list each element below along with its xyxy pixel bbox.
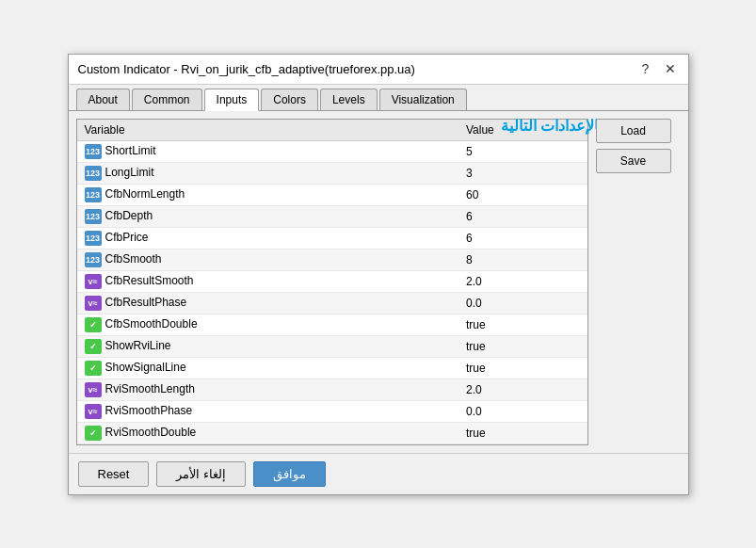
variable-cell: v≈RviSmoothLength (77, 379, 458, 400)
value-cell[interactable]: true (458, 335, 587, 357)
table-row[interactable]: v≈CfbResultPhase0.0 (77, 292, 587, 314)
annotation-text: بالإعدادات التالية (501, 117, 603, 135)
value-cell[interactable]: true (458, 314, 587, 335)
int-type-icon: 123 (85, 187, 102, 202)
ok-button[interactable]: موافق (253, 461, 326, 487)
bool-type-icon: ✓ (85, 361, 102, 376)
load-button[interactable]: Load (596, 119, 671, 143)
tab-common[interactable]: Common (132, 89, 202, 110)
value-cell[interactable]: 2.0 (458, 379, 587, 400)
value-cell[interactable]: 60 (458, 184, 587, 205)
variable-cell: v≈CfbResultSmooth (77, 270, 458, 292)
bool-type-icon: ✓ (85, 339, 102, 354)
variable-cell: 123CfbDepth (77, 205, 458, 227)
variable-cell: 123LongLimit (77, 162, 458, 184)
table-row[interactable]: ✓ShowRviLinetrue (77, 335, 587, 357)
bool-type-icon: ✓ (85, 317, 102, 332)
inputs-table: Variable Value 123ShortLimit5123LongLimi… (77, 120, 587, 444)
table-row[interactable]: v≈RviSmoothPhase0.0 (77, 400, 587, 422)
cancel-button[interactable]: إلغاء الأمر (156, 461, 246, 487)
inputs-table-container: Variable Value 123ShortLimit5123LongLimi… (76, 119, 588, 445)
variable-cell: 123CfbSmooth (77, 249, 458, 270)
table-row[interactable]: 123CfbSmooth8 (77, 249, 587, 270)
value-cell[interactable]: 8 (458, 249, 587, 270)
int-type-icon: 123 (85, 166, 102, 181)
table-row[interactable]: 123CfbPrice6 (77, 227, 587, 249)
bottom-bar: Reset إلغاء الأمر موافق (69, 453, 688, 494)
table-row[interactable]: v≈RviSmoothLength2.0 (77, 379, 587, 400)
variable-cell: ✓ShowSignalLine (77, 357, 458, 379)
side-buttons: Load Save (596, 119, 671, 177)
tab-about[interactable]: About (76, 89, 130, 110)
variable-cell: 123CfbNormLength (77, 184, 458, 205)
float-type-icon: v≈ (85, 382, 102, 397)
int-type-icon: 123 (85, 144, 102, 159)
title-bar: Custom Indicator - Rvi_on_jurik_cfb_adap… (69, 55, 688, 85)
tab-bar: About Common Inputs Colors Levels Visual… (69, 85, 688, 111)
int-type-icon: 123 (85, 209, 102, 224)
save-button[interactable]: Save (596, 149, 671, 173)
variable-cell: ✓CfbSmoothDouble (77, 314, 458, 335)
dialog: Custom Indicator - Rvi_on_jurik_cfb_adap… (68, 54, 689, 495)
float-type-icon: v≈ (85, 296, 102, 311)
reset-button[interactable]: Reset (78, 461, 150, 487)
int-type-icon: 123 (85, 252, 102, 267)
tab-visualization[interactable]: Visualization (379, 89, 467, 110)
close-button[interactable]: ✕ (662, 60, 679, 77)
title-bar-controls: ? ✕ (637, 60, 679, 77)
col-variable-header: Variable (77, 120, 458, 141)
content-area: بالإعدادات التالية Variable Value 123Sho… (69, 111, 688, 453)
dialog-title: Custom Indicator - Rvi_on_jurik_cfb_adap… (78, 62, 415, 76)
value-cell[interactable]: 0.0 (458, 292, 587, 314)
variable-cell: ✓RviSmoothDouble (77, 422, 458, 443)
table-row[interactable]: 123ShortLimit5 (77, 140, 587, 162)
table-row[interactable]: 123LongLimit3 (77, 162, 587, 184)
value-cell[interactable]: true (458, 357, 587, 379)
table-row[interactable]: 123CfbNormLength60 (77, 184, 587, 205)
tab-inputs[interactable]: Inputs (204, 89, 260, 111)
help-button[interactable]: ? (637, 60, 654, 77)
table-row[interactable]: ✓ShowSignalLinetrue (77, 357, 587, 379)
value-cell[interactable]: 2.0 (458, 270, 587, 292)
int-type-icon: 123 (85, 231, 102, 246)
float-type-icon: v≈ (85, 404, 102, 419)
variable-cell: 123CfbPrice (77, 227, 458, 249)
tab-colors[interactable]: Colors (261, 89, 318, 110)
value-cell[interactable]: 3 (458, 162, 587, 184)
variable-cell: 123ShortLimit (77, 140, 458, 162)
table-row[interactable]: v≈CfbResultSmooth2.0 (77, 270, 587, 292)
float-type-icon: v≈ (85, 274, 102, 289)
value-cell[interactable]: 5 (458, 140, 587, 162)
variable-cell: v≈RviSmoothPhase (77, 400, 458, 422)
value-cell[interactable]: true (458, 422, 587, 443)
value-cell[interactable]: 6 (458, 227, 587, 249)
table-row[interactable]: ✓RviSmoothDoubletrue (77, 422, 587, 443)
variable-cell: ✓ShowRviLine (77, 335, 458, 357)
table-row[interactable]: 123CfbDepth6 (77, 205, 587, 227)
variable-cell: v≈CfbResultPhase (77, 292, 458, 314)
tab-levels[interactable]: Levels (320, 89, 378, 110)
value-cell[interactable]: 0.0 (458, 400, 587, 422)
table-row[interactable]: ✓CfbSmoothDoubletrue (77, 314, 587, 335)
value-cell[interactable]: 6 (458, 205, 587, 227)
bool-type-icon: ✓ (85, 426, 102, 441)
